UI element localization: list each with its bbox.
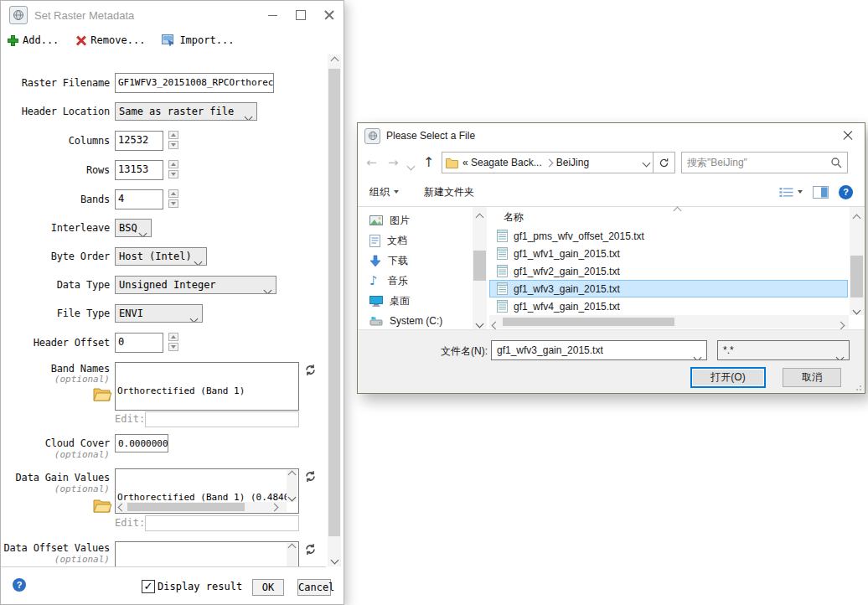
breadcrumb-parent[interactable]: « Seagate Back... <box>462 157 542 168</box>
file-type-select[interactable]: ENVI <box>115 304 203 323</box>
refresh-icon[interactable] <box>304 543 317 559</box>
data-type-value: Unsigned Integer <box>119 279 216 291</box>
band-name-item[interactable]: Orthorectified (Band 1) <box>117 385 297 396</box>
filetype-combobox[interactable]: *.* <box>717 340 850 360</box>
chevron-down-icon <box>245 113 253 121</box>
cloud-cover-input[interactable]: 0.00000000 <box>115 434 168 452</box>
scroll-down-button[interactable] <box>328 554 341 566</box>
band-names-list[interactable]: Orthorectified (Band 1) Orthorectified (… <box>115 362 299 411</box>
file-row[interactable]: gf1_wfv2_gain_2015.txt <box>489 262 848 280</box>
search-box[interactable]: 搜索"BeiJing" <box>681 152 848 173</box>
columns-stepper[interactable] <box>168 131 178 151</box>
bands-stepper[interactable] <box>168 189 178 209</box>
remove-button[interactable]: Remove... <box>75 34 145 46</box>
close-button[interactable] <box>831 125 865 147</box>
new-folder-label: 新建文件夹 <box>424 185 474 199</box>
sidebar-scrollbar[interactable] <box>473 207 487 329</box>
scroll-up-button[interactable] <box>328 54 341 67</box>
raster-filename-input[interactable]: GF1WFV3_20151008_RPCOrthorectif <box>115 73 274 93</box>
cancel-button[interactable]: Cancel <box>297 579 331 596</box>
header-offset-input[interactable]: 0 <box>115 333 163 353</box>
interleave-select[interactable]: BSQ <box>115 219 152 237</box>
metadata-titlebar: Set Raster Metadata <box>1 1 344 29</box>
sidebar-item-documents[interactable]: 文档 <box>358 230 472 251</box>
data-offset-label: Data Offset Values <box>1 542 110 554</box>
list-vertical-scrollbar[interactable] <box>850 207 864 315</box>
header-location-select[interactable]: Same as raster file <box>115 102 257 121</box>
spin-down-icon <box>171 173 176 176</box>
import-button[interactable]: Import... <box>162 34 234 46</box>
preview-pane-button[interactable] <box>813 186 829 199</box>
help-button[interactable]: ? <box>839 185 853 199</box>
help-icon[interactable]: ? <box>13 578 26 592</box>
spin-down-icon <box>171 202 176 205</box>
scrollbar-thumb[interactable] <box>850 256 863 297</box>
forward-button[interactable]: → <box>388 155 399 170</box>
interleave-label: Interleave <box>1 222 110 234</box>
data-offset-list[interactable]: Orthorectified (Band 1) (0.4840000 Ortho… <box>115 541 299 567</box>
sidebar-item-downloads[interactable]: 下载 <box>358 251 472 271</box>
offset-list-vertical-scrollbar[interactable] <box>287 543 297 567</box>
gain-list-vertical-scrollbar[interactable] <box>287 470 297 502</box>
scrollbar-thumb[interactable] <box>503 318 674 326</box>
address-bar[interactable]: « Seagate Back... BeiJing <box>442 152 654 173</box>
rows-stepper[interactable] <box>168 160 178 180</box>
add-button[interactable]: Add... <box>8 34 59 46</box>
band-names-edit-input[interactable] <box>145 411 299 427</box>
data-gain-edit-input[interactable] <box>145 515 299 531</box>
data-type-select[interactable]: Unsigned Integer <box>115 276 276 294</box>
folder-open-icon[interactable] <box>93 498 112 516</box>
refresh-button[interactable] <box>653 152 675 173</box>
refresh-icon[interactable] <box>304 470 317 486</box>
display-result-checkbox[interactable]: ✓ <box>142 580 155 593</box>
cancel-button[interactable]: 取消 <box>783 368 841 387</box>
sort-ascending-icon[interactable] <box>674 204 680 216</box>
byte-order-select[interactable]: Host (Intel) <box>115 247 207 266</box>
dialog-title: Set Raster Metadata <box>34 9 134 22</box>
gain-list-horizontal-scrollbar[interactable] <box>116 502 287 512</box>
file-name: gf1_pms_wfv_offset_2015.txt <box>514 230 644 242</box>
filename-combobox[interactable]: gf1_wfv3_gain_2015.txt <box>491 340 707 360</box>
data-gain-list[interactable]: Orthorectified (Band 1) (0.4840000 Ortho… <box>115 468 299 514</box>
open-button[interactable]: 打开(O) <box>690 367 766 388</box>
sidebar-item-music[interactable]: ♪ 音乐 <box>358 271 472 291</box>
list-horizontal-scrollbar[interactable] <box>489 315 849 328</box>
file-row[interactable]: gf1_wfv4_gain_2015.txt <box>489 297 848 315</box>
refresh-icon[interactable] <box>304 364 317 380</box>
bands-input[interactable]: 4 <box>115 189 163 209</box>
change-view-button[interactable] <box>779 187 803 198</box>
header-offset-stepper[interactable] <box>168 333 178 353</box>
breadcrumb-current[interactable]: BeiJing <box>556 157 589 168</box>
address-dropdown-icon[interactable] <box>643 158 651 167</box>
ok-button[interactable]: OK <box>252 579 284 596</box>
maximize-button[interactable] <box>287 5 315 25</box>
file-row[interactable]: gf1_pms_wfv_offset_2015.txt <box>489 227 848 245</box>
search-placeholder: 搜索"BeiJing" <box>687 156 747 170</box>
name-column-header[interactable]: 名称 <box>504 210 524 225</box>
set-raster-metadata-dialog: Set Raster Metadata Add... Remove... Imp… <box>0 0 344 605</box>
minimize-button[interactable] <box>258 5 287 25</box>
back-button[interactable]: ← <box>366 155 377 170</box>
columns-input[interactable]: 12532 <box>115 131 163 151</box>
close-button[interactable] <box>315 5 344 25</box>
scrollbar-thumb[interactable] <box>328 69 340 536</box>
scrollbar-thumb[interactable] <box>473 251 486 281</box>
preview-pane-icon <box>813 186 829 199</box>
up-button[interactable]: ↑ <box>423 154 434 170</box>
text-file-icon <box>497 230 508 242</box>
file-name: gf1_wfv3_gain_2015.txt <box>514 283 620 295</box>
rows-input[interactable]: 13153 <box>115 160 163 180</box>
organize-button[interactable]: 组织 <box>369 185 399 199</box>
dialog-vertical-scrollbar[interactable] <box>328 54 341 566</box>
recent-locations-dropdown[interactable] <box>408 160 414 172</box>
sidebar-item-desktop[interactable]: 桌面 <box>358 291 472 311</box>
sidebar-item-system-c[interactable]: System (C:) <box>358 311 472 331</box>
file-row[interactable]: gf1_wfv1_gain_2015.txt <box>489 245 848 262</box>
folder-open-icon[interactable] <box>93 386 112 405</box>
scroll-up-icon <box>853 215 861 223</box>
file-row[interactable]: gf1_wfv3_gain_2015.txt <box>489 280 848 297</box>
sidebar-item-pictures[interactable]: 图片 <box>358 210 472 230</box>
new-folder-button[interactable]: 新建文件夹 <box>424 185 474 199</box>
scrollbar-thumb[interactable] <box>127 503 245 511</box>
resize-grip[interactable] <box>854 383 861 390</box>
